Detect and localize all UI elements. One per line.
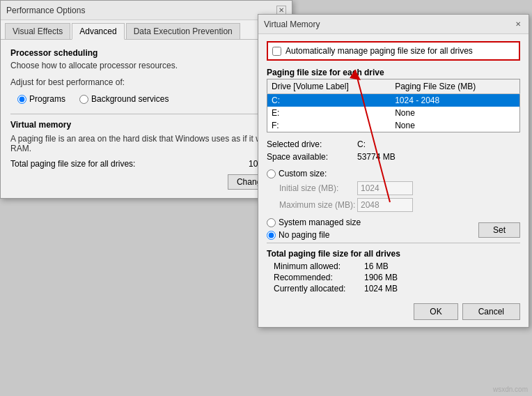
total-heading: Total paging file size for all drives	[267, 249, 520, 259]
col-drive: Drive [Volume Label]	[267, 79, 391, 94]
no-paging-option: No paging file	[267, 230, 361, 240]
vm-total-row: Total paging file size for all drives: 1…	[10, 159, 282, 169]
auto-manage-checkbox[interactable]	[272, 47, 281, 56]
drive-e-size: None	[391, 107, 519, 119]
recommended-val: 1906 MB	[364, 273, 398, 282]
space-key: Space available:	[267, 152, 357, 162]
selected-drive-key: Selected drive:	[267, 139, 357, 149]
custom-size-option: Custom size:	[267, 169, 520, 178]
vm-total-label: Total paging file size for all drives:	[10, 159, 249, 169]
ok-cancel-row: OK Cancel	[267, 300, 520, 320]
drive-e-label: E:	[267, 107, 391, 119]
drive-f-size: None	[391, 119, 519, 132]
space-available-row: Space available: 53774 MB	[267, 152, 520, 162]
system-managed-radio[interactable]	[267, 218, 276, 227]
min-allowed-key: Minimum allowed:	[267, 261, 364, 271]
col-size: Paging File Size (MB)	[391, 79, 519, 94]
tab-visual-effects[interactable]: Visual Effects	[5, 23, 70, 39]
custom-size-label: Custom size:	[279, 169, 327, 178]
selected-drive-info: Selected drive: C: Space available: 5377…	[267, 139, 520, 162]
vm-desc: A paging file is an area on the hard dis…	[10, 134, 282, 153]
custom-size-radio[interactable]	[267, 169, 276, 178]
tab-advanced[interactable]: Advanced	[72, 23, 124, 40]
drive-c-size: 1024 - 2048	[391, 94, 519, 107]
max-size-input[interactable]	[357, 198, 413, 212]
max-size-key: Maximum size (MB):	[267, 200, 357, 210]
radio-background-input[interactable]	[79, 95, 88, 104]
selected-drive-val: C:	[357, 139, 520, 149]
radio-programs[interactable]: Programs	[17, 94, 65, 104]
drives-header: Paging file size for each drive	[267, 68, 520, 77]
perf-title: Performance Options	[6, 6, 85, 15]
vm-heading: Virtual memory	[10, 120, 282, 130]
radio-background-label: Background services	[91, 94, 169, 104]
drive-row-e[interactable]: E: None	[267, 107, 520, 119]
initial-size-key: Initial size (MB):	[267, 183, 357, 193]
vm-titlebar: Virtual Memory ✕	[258, 15, 529, 34]
cancel-button[interactable]: Cancel	[462, 303, 520, 320]
drive-f-label: F:	[267, 119, 391, 132]
no-paging-radio[interactable]	[267, 231, 276, 240]
ok-button[interactable]: OK	[414, 303, 457, 320]
min-allowed-val: 16 MB	[364, 261, 389, 271]
perf-titlebar: Performance Options ✕	[1, 1, 292, 20]
drive-row-f[interactable]: F: None	[267, 119, 520, 132]
system-managed-label: System managed size	[279, 218, 361, 227]
currently-allocated-key: Currently allocated:	[267, 284, 364, 294]
vm-window-title: Virtual Memory	[264, 20, 320, 29]
space-val: 53774 MB	[357, 152, 520, 162]
system-managed-option: System managed size	[267, 218, 361, 227]
selected-drive-row: Selected drive: C:	[267, 139, 520, 149]
radio-programs-input[interactable]	[17, 95, 26, 104]
max-size-row: Maximum size (MB):	[267, 198, 520, 212]
paging-options: System managed size No paging file	[267, 218, 361, 243]
auto-manage-label: Automatically manage paging file size fo…	[285, 46, 473, 56]
recommended-row: Recommended: 1906 MB	[267, 273, 520, 282]
performance-options-window: Performance Options ✕ Visual Effects Adv…	[0, 0, 292, 199]
vm-close-button[interactable]: ✕	[513, 20, 523, 29]
recommended-key: Recommended:	[267, 273, 364, 282]
total-section: Total paging file size for all drives Mi…	[267, 243, 520, 294]
initial-size-input[interactable]	[357, 181, 413, 195]
vm-body: Automatically manage paging file size fo…	[258, 34, 529, 327]
radio-programs-label: Programs	[29, 94, 65, 104]
processor-heading: Processor scheduling	[10, 48, 282, 58]
section-divider	[10, 114, 282, 114]
processor-desc: Choose how to allocate processor resourc…	[10, 61, 282, 70]
drive-row-c[interactable]: C: 1024 - 2048	[267, 94, 520, 107]
processor-options: Programs Background services	[17, 94, 282, 104]
adjust-label: Adjust for best performance of:	[10, 77, 282, 87]
drives-table: Drive [Volume Label] Paging File Size (M…	[267, 79, 520, 132]
currently-allocated-val: 1024 MB	[364, 284, 398, 294]
min-allowed-row: Minimum allowed: 16 MB	[267, 261, 520, 271]
perf-tabs: Visual Effects Advanced Data Execution P…	[1, 20, 292, 40]
drive-c-label: C:	[267, 94, 391, 107]
no-paging-label: No paging file	[279, 230, 329, 240]
auto-manage-row: Automatically manage paging file size fo…	[267, 41, 520, 61]
set-button[interactable]: Set	[478, 222, 520, 238]
tab-dep[interactable]: Data Execution Prevention	[126, 23, 240, 39]
currently-allocated-row: Currently allocated: 1024 MB	[267, 284, 520, 294]
radio-background[interactable]: Background services	[79, 94, 169, 104]
watermark: wsxdn.com	[493, 386, 528, 393]
virtual-memory-window: Virtual Memory ✕ Automatically manage pa…	[258, 14, 529, 328]
drives-section: Paging file size for each drive Drive [V…	[267, 68, 520, 132]
initial-size-row: Initial size (MB):	[267, 181, 520, 195]
perf-content: Processor scheduling Choose how to alloc…	[1, 40, 292, 198]
